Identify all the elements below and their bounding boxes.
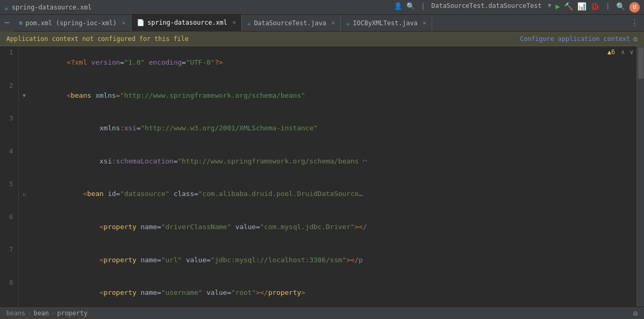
tab-bar: − m pom.xml (spring-ioc-xml) ✕ 📄 spring-…	[0, 15, 644, 32]
title-bar: ☕ spring-datasource.xml 👤 🔍 | DataSource…	[0, 0, 644, 15]
warning-text: Application context not configured for t…	[6, 35, 189, 43]
breadcrumb-sep-1: ›	[27, 309, 32, 317]
code-line-6: 6 <property name="driverClassName" value…	[0, 211, 644, 244]
code-content-8[interactable]: <property name="username" value="root"><…	[29, 276, 644, 306]
code-area: 1 <?xml version="1.0" encoding="UTF-8"?>…	[0, 46, 644, 306]
code-content-4[interactable]: xsi:schemaLocation="http://www.springfra…	[29, 145, 644, 178]
tab-datasourcetest[interactable]: ☕ DataSourceTest.java ✕	[242, 15, 341, 32]
gutter-7	[19, 243, 29, 276]
configure-link[interactable]: Configure application context	[520, 35, 630, 43]
user-avatar[interactable]: U	[629, 2, 640, 13]
error-indicator: ▲6 ∧ ∨	[608, 48, 633, 56]
tab-pom-close[interactable]: ✕	[122, 19, 126, 26]
line-num-2: 2	[0, 79, 19, 112]
tab-pom-label: pom.xml (spring-ioc-xml)	[26, 19, 117, 27]
gutter-4	[19, 145, 29, 178]
code-line-8: 8 <property name="username" value="root"…	[0, 276, 644, 306]
build-icon[interactable]: 🔨	[564, 2, 573, 13]
run-dropdown-icon[interactable]: ▼	[548, 2, 551, 13]
search-bar-icon[interactable]: 🔍	[406, 2, 415, 13]
code-line-7: 7 <property name="url" value="jdbc:mysql…	[0, 243, 644, 276]
line-num-7: 7	[0, 243, 19, 276]
code-line-2: 2 ▼ <beans xmlns="http://www.springframe…	[0, 79, 644, 112]
tab-datasource-label: spring-datasource.xml	[148, 19, 228, 26]
editor: ▲6 ∧ ∨ 1 <?xml version="1.0" encoding="U…	[0, 46, 644, 306]
title-bar-actions: 👤 🔍 | DataSourceTest.dataSourceTest ▼ ▶ …	[394, 2, 640, 13]
line-num-4: 4	[0, 145, 19, 178]
code-content-6[interactable]: <property name="driverClassName" value="…	[29, 211, 644, 244]
line-num-3: 3	[0, 112, 19, 145]
title-bar-text: spring-datasource.xml	[12, 4, 91, 11]
breadcrumb-beans[interactable]: beans	[6, 310, 25, 317]
line-num-6: 6	[0, 211, 19, 244]
gutter-1	[19, 46, 29, 79]
global-search-icon[interactable]: 🔍	[616, 2, 625, 13]
run-icon[interactable]: ▶	[556, 2, 560, 13]
tab-datasourcetest-label: DataSourceTest.java	[254, 19, 326, 27]
line-num-5: 5	[0, 178, 19, 211]
gutter-8	[19, 276, 29, 306]
breadcrumb-sep-2: ›	[51, 309, 55, 317]
configure-gear-icon[interactable]: ⚙	[633, 35, 638, 43]
code-content-1[interactable]: <?xml version="1.0" encoding="UTF-8"?>	[29, 46, 644, 79]
tab-iocbyxml-label: IOCByXMLTest.java	[353, 19, 417, 27]
collapse-arrow-5[interactable]: ▷	[23, 191, 26, 197]
line-num-1: 1	[0, 46, 19, 79]
run-target-label: DataSourceTest.dataSourceTest	[432, 2, 542, 13]
warning-bar: Application context not configured for t…	[0, 32, 644, 46]
gutter-3	[19, 112, 29, 145]
code-content-2[interactable]: <beans xmlns="http://www.springframework…	[29, 79, 644, 112]
vertical-scrollbar[interactable]	[637, 46, 644, 306]
tab-datasourcetest-close[interactable]: ✕	[331, 19, 335, 26]
tab-bar-close-btn[interactable]: −	[0, 15, 14, 32]
scrollbar-thumb[interactable]	[638, 47, 643, 79]
tab-pom[interactable]: m pom.xml (spring-ioc-xml) ✕	[14, 15, 131, 32]
gutter-6	[19, 211, 29, 244]
breadcrumb-bar: beans › bean › property ⚙	[0, 306, 644, 319]
code-content-7[interactable]: <property name="url" value="jdbc:mysql:/…	[29, 243, 644, 276]
debug-icon[interactable]: 🐞	[590, 2, 599, 13]
tab-datasource-close[interactable]: ✕	[232, 19, 236, 26]
coverage-icon[interactable]: 📊	[577, 2, 586, 13]
gutter-2: ▼	[19, 79, 29, 112]
code-line-1: 1 <?xml version="1.0" encoding="UTF-8"?>	[0, 46, 644, 79]
xml-decl: <?xml	[67, 58, 91, 66]
gutter-5: ▷	[19, 178, 29, 211]
breadcrumb-property[interactable]: property	[57, 310, 88, 317]
code-line-4: 4 xsi:schemaLocation="http://www.springf…	[0, 145, 644, 178]
tab-datasource[interactable]: 📄 spring-datasource.xml ✕	[131, 15, 242, 32]
line-num-8: 8	[0, 276, 19, 306]
code-content-3[interactable]: xmlns:xsi="http://www.w3.org/2001/XMLSch…	[29, 112, 644, 145]
breadcrumb-gear-icon[interactable]: ⚙	[633, 309, 638, 317]
code-content-5[interactable]: <bean id="datasource" class="com.alibaba…	[29, 178, 644, 211]
profile-icon[interactable]: 👤	[394, 2, 402, 13]
tab-iocbyxml-close[interactable]: ✕	[423, 19, 426, 26]
breadcrumb-bean[interactable]: bean	[34, 310, 49, 317]
app-icon: ☕	[4, 3, 8, 12]
code-line-5: 5 ▷ <bean id="datasource" class="com.ali…	[0, 178, 644, 211]
code-line-3: 3 xmlns:xsi="http://www.w3.org/2001/XMLS…	[0, 112, 644, 145]
collapse-arrow-2[interactable]: ▼	[23, 92, 26, 98]
tab-overflow-btn[interactable]: ⋮	[625, 18, 644, 28]
tab-iocbyxml[interactable]: ☕ IOCByXMLTest.java ✕	[341, 15, 432, 32]
